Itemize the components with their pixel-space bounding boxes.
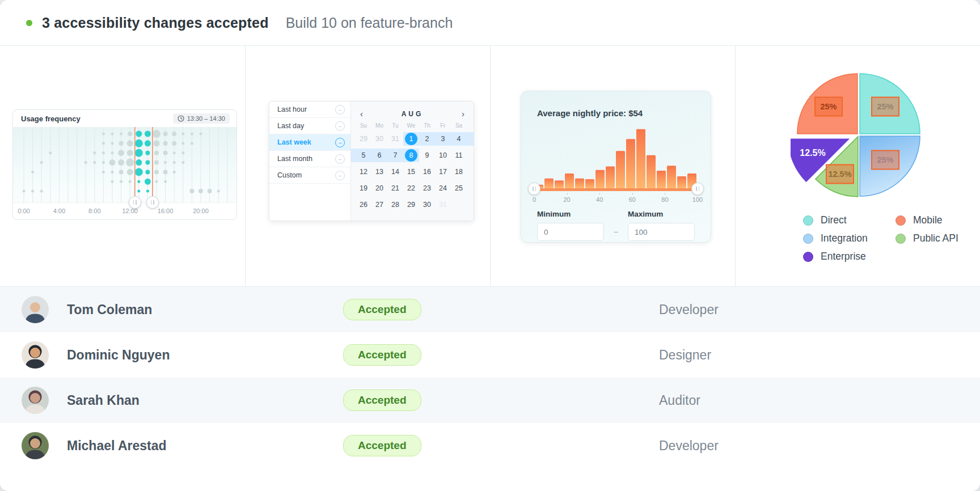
table-row[interactable]: Tom ColemanAcceptedDeveloper [0, 287, 980, 332]
table-row[interactable]: Michael ArestadAcceptedDeveloper [0, 423, 980, 468]
calendar-day[interactable]: 23 [419, 182, 435, 194]
minimum-input[interactable] [537, 223, 604, 241]
calendar-day[interactable]: 7 [387, 149, 403, 162]
legend-item-integration: Integration [803, 232, 895, 244]
calendar-day-label: 8 [405, 149, 417, 162]
calendar-day[interactable]: 13 [371, 166, 387, 178]
page-title: 3 accessibility changes accepted [42, 15, 269, 31]
usage-dot-plot [13, 127, 236, 202]
calendar-day[interactable]: 30 [419, 198, 435, 211]
chevron-right-icon[interactable]: › [462, 109, 464, 118]
usage-dot [145, 151, 150, 155]
pause-glyph [153, 200, 154, 205]
calendar-day[interactable]: 6 [371, 149, 387, 162]
usage-dot [181, 133, 184, 136]
avatar [22, 387, 49, 414]
arrow-circle-icon: → [335, 121, 345, 131]
status-badge: Accepted [343, 299, 421, 320]
preset-item-last-month[interactable]: Last month→ [269, 151, 350, 167]
preset-item-last-hour[interactable]: Last hour→ [269, 101, 350, 118]
time-range-badge[interactable]: 13:30 – 14:30 [173, 113, 230, 124]
calendar-day[interactable]: 2 [419, 133, 435, 145]
calendar-day[interactable]: 21 [387, 182, 403, 194]
preset-item-custom[interactable]: Custom→ [269, 167, 350, 184]
calendar-day[interactable]: 29 [356, 133, 371, 145]
histogram-bar [606, 167, 615, 188]
calendar-day[interactable]: 15 [403, 166, 419, 178]
usage-range-handle[interactable] [129, 196, 141, 209]
calendar-day[interactable]: 31 [387, 133, 403, 145]
usage-range-handle[interactable] [146, 196, 159, 209]
calendar-day[interactable]: 18 [451, 166, 467, 178]
preset-label: Last week [277, 138, 311, 146]
calendar-day[interactable]: 20 [371, 182, 387, 194]
preset-item-last-week[interactable]: Last week→ [269, 134, 350, 151]
usage-dot [102, 151, 105, 154]
calendar-day[interactable]: 5 [356, 149, 371, 162]
usage-dot [111, 133, 114, 136]
calendar-day[interactable]: 25 [451, 182, 467, 194]
usage-dot [172, 132, 176, 136]
usage-dot [40, 161, 43, 164]
calendar-day[interactable]: 12 [356, 166, 371, 178]
calendar-day[interactable]: 22 [403, 182, 419, 194]
calendar-day[interactable]: 8 [403, 149, 419, 162]
person-role: Designer [659, 348, 980, 363]
usage-dot [191, 142, 193, 145]
calendar-day[interactable]: 1 [403, 133, 419, 145]
usage-dot [128, 132, 132, 136]
legend-swatch-icon [895, 234, 906, 244]
usage-dot [120, 180, 122, 183]
calendar-day[interactable]: 4 [451, 133, 467, 145]
price-range-handle[interactable] [528, 183, 540, 195]
usage-dot [136, 159, 142, 166]
usage-dot [181, 142, 184, 145]
calendar-day[interactable]: 27 [371, 198, 387, 211]
calendar-week-row: 2930311234 [351, 130, 474, 147]
preset-label: Last hour [277, 105, 307, 113]
table-row[interactable]: Sarah KhanAcceptedAuditor [0, 378, 980, 423]
pie-legend: DirectMobileIntegrationPublic APIEnterpr… [803, 214, 958, 263]
usage-dot [154, 170, 159, 174]
maximum-input[interactable] [628, 223, 695, 241]
calendar-day-label: 29 [407, 201, 415, 209]
usage-dot [102, 161, 105, 164]
legend-swatch-icon [803, 215, 813, 226]
calendar-day[interactable]: 24 [435, 182, 451, 194]
calendar-day[interactable]: 10 [435, 149, 451, 162]
usage-dot [163, 151, 168, 155]
calendar-day[interactable]: 19 [356, 182, 371, 194]
calendar-day-label: 3 [441, 135, 445, 143]
calendar-day[interactable] [451, 198, 467, 211]
usage-dot [173, 161, 176, 164]
calendar-day[interactable]: 16 [419, 166, 435, 178]
calendar-day-label: 9 [425, 151, 429, 159]
calendar-day[interactable]: 30 [371, 133, 387, 145]
widget-panels: Usage frequency 13:30 – 14:30 0:004:008:… [0, 46, 980, 287]
chevron-left-icon[interactable]: ‹ [360, 109, 363, 118]
usage-dot [31, 190, 34, 193]
calendar-day-grid: 2930311234567891011121314151617181920212… [351, 130, 474, 213]
weekday-label: Th [419, 122, 435, 129]
price-range-handle[interactable] [691, 183, 704, 195]
usage-dot [119, 170, 124, 174]
calendar-day[interactable]: 31 [435, 198, 451, 211]
calendar-day[interactable]: 11 [451, 149, 467, 162]
calendar-day[interactable]: 26 [356, 198, 371, 211]
histogram-bar [565, 173, 574, 188]
calendar-day[interactable]: 9 [419, 149, 435, 162]
histogram-bar [575, 179, 584, 188]
calendar-day[interactable]: 14 [387, 166, 403, 178]
panel-usage-frequency: Usage frequency 13:30 – 14:30 0:004:008:… [0, 46, 245, 286]
calendar-week-row: 19202122232425 [351, 180, 474, 196]
calendar-day[interactable]: 3 [435, 133, 451, 145]
preset-item-last-day[interactable]: Last day→ [269, 118, 350, 134]
table-row[interactable]: Dominic NguyenAcceptedDesigner [0, 332, 980, 378]
usage-dot [163, 141, 168, 146]
calendar: ‹ AUG › SuMoTuWeThFrSa 29303112345678910… [350, 101, 474, 221]
price-axis-label: 40 [596, 196, 603, 203]
calendar-day[interactable]: 28 [387, 198, 403, 211]
calendar-day[interactable]: 17 [435, 166, 451, 178]
calendar-day[interactable]: 29 [403, 198, 419, 211]
usage-dot [164, 161, 167, 164]
